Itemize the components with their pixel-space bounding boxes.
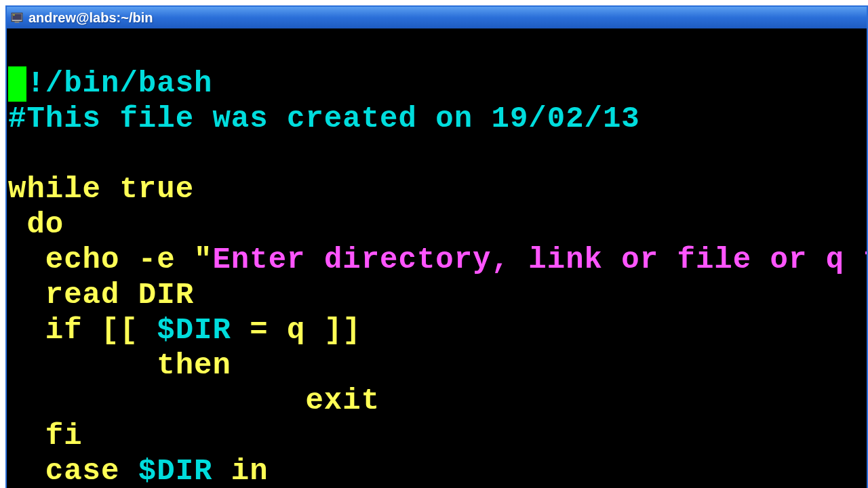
- svg-rect-3: [13, 15, 14, 16]
- keyword-fi: fi: [8, 419, 83, 453]
- keyword-in: in: [212, 454, 268, 488]
- string-literal: Enter directory, link or file or q t: [212, 243, 867, 277]
- read-cmd: read DIR: [8, 278, 194, 312]
- shebang: !/bin/bash: [26, 66, 212, 100]
- code-line-6: echo -e "Enter directory, link or file o…: [8, 243, 865, 278]
- keyword-if: if: [8, 313, 83, 347]
- code-line-1: #!/bin/bash: [8, 66, 865, 102]
- code-line-2: #This file was created on 19/02/13: [8, 102, 865, 137]
- keyword-do: do: [8, 207, 64, 241]
- code-line-8: if [[ $DIR = q ]]: [8, 313, 865, 348]
- bracket-open: [[: [83, 313, 157, 347]
- code-line-3: [8, 137, 865, 172]
- code-line-5: do: [8, 207, 865, 243]
- code-line-12: case $DIR in: [8, 454, 865, 488]
- keyword-while: while: [8, 172, 101, 206]
- code-line-9: then: [8, 348, 865, 384]
- literal-true: true: [101, 172, 194, 206]
- cursor: #: [8, 66, 26, 102]
- comment-text: #This file was created on 19/02/13: [8, 102, 640, 136]
- titlebar[interactable]: andrew@labs:~/bin: [7, 7, 867, 28]
- terminal-content[interactable]: #!/bin/bash#This file was created on 19/…: [7, 28, 867, 488]
- code-line-7: read DIR: [8, 278, 865, 313]
- svg-rect-2: [15, 22, 20, 23]
- condition-eq: = q ]]: [231, 313, 361, 347]
- echo-cmd: echo -e: [8, 243, 194, 277]
- code-line-10: exit: [8, 384, 865, 419]
- code-line-4: while true: [8, 172, 865, 207]
- terminal-window: andrew@labs:~/bin #!/bin/bash#This file …: [5, 5, 868, 488]
- variable-dir: $DIR: [157, 313, 231, 347]
- code-line-11: fi: [8, 419, 865, 454]
- keyword-then: then: [8, 348, 231, 382]
- window-title: andrew@labs:~/bin: [28, 10, 153, 26]
- variable-dir-2: $DIR: [138, 454, 213, 488]
- keyword-exit: exit: [8, 384, 380, 418]
- quote-open: ": [194, 243, 212, 277]
- putty-icon: [11, 12, 23, 24]
- keyword-case: case: [8, 454, 119, 488]
